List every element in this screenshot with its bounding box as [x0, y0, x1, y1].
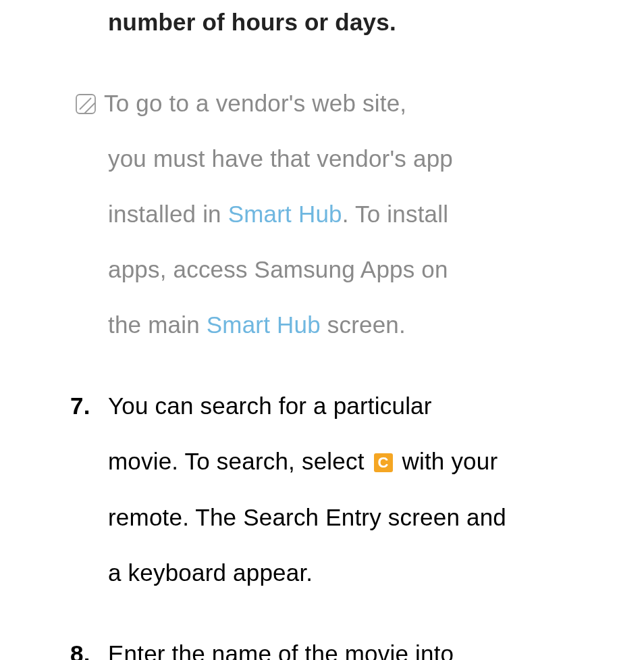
step-7-text-1: You can search for a particular: [108, 392, 432, 419]
c-button-icon: C: [374, 453, 393, 472]
previous-step-continuation: number of hours or days.: [108, 10, 610, 34]
manual-page: number of hours or days. To go to a vend…: [0, 10, 644, 660]
note-line-3: installed in Smart Hub. To install: [108, 202, 610, 226]
step-7-text-2a: movie. To search, select: [108, 448, 371, 474]
step-7-line-2: movie. To search, select C with your: [108, 449, 610, 474]
note-text-3a: installed in: [108, 201, 228, 227]
note-text-1: To go to a vendor's web site,: [104, 90, 406, 116]
step-7-line-3: remote. The Search Entry screen and: [108, 505, 610, 529]
note-block: To go to a vendor's web site, you must h…: [108, 91, 610, 336]
note-line-4: apps, access Samsung Apps on: [108, 257, 610, 281]
note-text-5c: screen.: [321, 311, 406, 338]
smart-hub-highlight-1: Smart Hub: [228, 201, 342, 227]
step-8-line-1: 8. Enter the name of the movie into: [108, 642, 610, 660]
note-text-5a: the main: [108, 311, 207, 338]
note-text-3c: . To install: [342, 201, 448, 227]
note-line-1: To go to a vendor's web site,: [108, 91, 610, 115]
note-line-5: the main Smart Hub screen.: [108, 313, 610, 336]
step-8: 8. Enter the name of the movie into: [34, 642, 610, 660]
step-7-text-2b: with your: [396, 448, 498, 474]
step-7-line-4: a keyboard appear.: [108, 561, 610, 584]
step-7: 7. You can search for a particular movie…: [34, 394, 610, 584]
step-8-text-1: Enter the name of the movie into: [108, 640, 454, 660]
step-8-number: 8.: [70, 642, 108, 660]
smart-hub-highlight-2: Smart Hub: [207, 311, 321, 338]
note-icon: [76, 94, 96, 114]
svg-line-2: [84, 103, 95, 113]
step-7-line-1: 7. You can search for a particular: [108, 394, 610, 417]
step-7-number: 7.: [70, 394, 108, 417]
continuation-text: number of hours or days.: [108, 10, 610, 34]
note-line-2: you must have that vendor's app: [108, 147, 610, 170]
